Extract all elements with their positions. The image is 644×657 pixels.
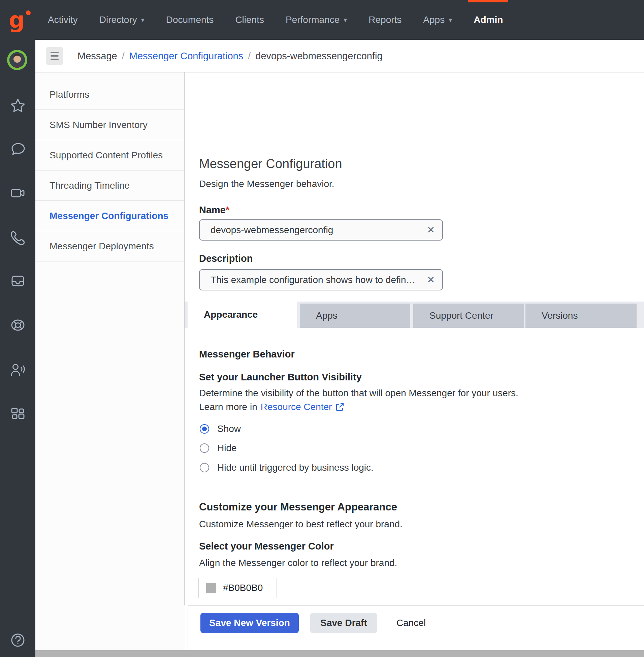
- message-sub-nav: Platforms SMS Number Inventory Supported…: [36, 72, 185, 606]
- nav-label: Performance: [285, 15, 340, 25]
- radio-hide[interactable]: Hide: [200, 443, 237, 453]
- nav-label: Reports: [368, 15, 401, 25]
- action-footer: Save New Version Save Draft Cancel: [188, 606, 644, 650]
- nav-label: Clients: [235, 15, 264, 25]
- messenger-color-label: Select your Messenger Color: [199, 541, 334, 552]
- name-value: devops-webmessengerconfig: [210, 225, 422, 235]
- sidebar-item-platforms[interactable]: Platforms: [36, 80, 184, 110]
- nav-label: Apps: [423, 15, 444, 25]
- chat-bubble-icon[interactable]: [9, 140, 27, 158]
- customize-appearance-heading: Customize your Messenger Appearance: [199, 501, 397, 513]
- radio-button-icon[interactable]: [200, 463, 209, 472]
- name-input[interactable]: devops-webmessengerconfig ✕: [199, 219, 443, 241]
- nav-apps[interactable]: Apps▾: [423, 0, 452, 40]
- menu-toggle-button[interactable]: [46, 47, 63, 65]
- nav-activity[interactable]: Activity: [48, 0, 78, 40]
- avatar-photo: [9, 52, 25, 68]
- screen: g Activity Directory▾ Documents Clients …: [0, 0, 644, 657]
- description-value: This example configuration shows how to …: [210, 275, 422, 286]
- nav-label: Directory: [99, 15, 137, 25]
- genesys-logo-icon: g: [9, 7, 33, 32]
- breadcrumb: Message / Messenger Configurations / dev…: [77, 40, 383, 72]
- resource-center-link[interactable]: Resource Center: [261, 402, 332, 412]
- tab-versions[interactable]: Versions: [525, 303, 637, 328]
- video-camera-icon[interactable]: [9, 184, 27, 202]
- radio-label[interactable]: Show: [217, 424, 241, 434]
- radio-button-icon[interactable]: [200, 444, 209, 453]
- breadcrumb-messenger-configurations-link[interactable]: Messenger Configurations: [129, 50, 244, 62]
- radio-label[interactable]: Hide: [217, 443, 237, 453]
- section-divider: [199, 490, 629, 490]
- radio-show[interactable]: Show: [200, 424, 241, 434]
- customize-appearance-subtitle: Customize Messenger to best reflect your…: [199, 519, 402, 530]
- nav-label: Activity: [48, 15, 78, 25]
- external-link-icon: [335, 402, 345, 412]
- tab-apps[interactable]: Apps: [300, 303, 410, 328]
- main-content: Messenger Configuration Design the Messe…: [185, 72, 644, 606]
- tab-label: Appearance: [204, 309, 258, 320]
- color-value: #B0B0B0: [223, 583, 263, 593]
- breadcrumb-message: Message: [77, 50, 117, 62]
- sidebar-item-label: SMS Number Inventory: [49, 120, 147, 130]
- inbox-tray-icon[interactable]: [9, 272, 27, 290]
- svg-text:g: g: [9, 7, 25, 32]
- nav-clients[interactable]: Clients: [235, 0, 264, 40]
- save-new-version-button[interactable]: Save New Version: [201, 613, 299, 633]
- sidebar-item-threading-timeline[interactable]: Threading Timeline: [36, 171, 184, 201]
- sidebar-item-messenger-configurations[interactable]: Messenger Configurations: [36, 201, 184, 231]
- cancel-button[interactable]: Cancel: [396, 613, 426, 633]
- chevron-down-icon: ▾: [448, 16, 452, 24]
- person-speaking-icon[interactable]: [9, 362, 27, 379]
- breadcrumb-current: devops-webmessengerconfig: [255, 50, 382, 62]
- description-input[interactable]: This example configuration shows how to …: [199, 269, 443, 290]
- horizontal-scrollbar[interactable]: [36, 650, 644, 657]
- sidebar-item-supported-content-profiles[interactable]: Supported Content Profiles: [36, 140, 184, 171]
- name-label: Name*: [199, 205, 229, 216]
- launcher-visibility-heading: Set your Launcher Button Visibility: [199, 371, 362, 383]
- radio-hide-until-triggered[interactable]: Hide until triggered by business logic.: [200, 462, 373, 473]
- color-picker[interactable]: #B0B0B0: [199, 578, 277, 598]
- nav-label: Documents: [166, 15, 214, 25]
- sidebar-item-label: Messenger Configurations: [49, 210, 168, 221]
- user-avatar[interactable]: [7, 50, 27, 70]
- apps-grid-icon[interactable]: [9, 405, 27, 423]
- nav-label: Admin: [474, 15, 503, 25]
- sidebar-item-label: Supported Content Profiles: [49, 150, 163, 161]
- sidebar-item-label: Threading Timeline: [49, 180, 130, 191]
- top-nav-items: Activity Directory▾ Documents Clients Pe…: [48, 0, 503, 40]
- clear-name-icon[interactable]: ✕: [427, 224, 435, 236]
- nav-documents[interactable]: Documents: [166, 0, 214, 40]
- learn-more-line: Learn more in Resource Center: [199, 402, 345, 412]
- help-icon[interactable]: [9, 631, 27, 649]
- sidebar-item-messenger-deployments[interactable]: Messenger Deployments: [36, 231, 184, 262]
- breadcrumb-bar: Message / Messenger Configurations / dev…: [36, 40, 644, 72]
- launcher-visibility-description: Determine the visibility of the button t…: [199, 388, 519, 399]
- messenger-behavior-heading: Messenger Behavior: [199, 349, 295, 360]
- sidebar-item-label: Platforms: [49, 89, 89, 100]
- messenger-color-help: Align the Messenger color to reflect you…: [199, 558, 397, 568]
- favorites-star-icon[interactable]: [9, 97, 27, 115]
- nav-performance[interactable]: Performance▾: [285, 0, 347, 40]
- page-title: Messenger Configuration: [199, 157, 342, 171]
- tab-label: Versions: [542, 310, 578, 321]
- radio-label[interactable]: Hide until triggered by business logic.: [217, 462, 373, 473]
- tab-support-center[interactable]: Support Center: [413, 303, 524, 328]
- tab-label: Apps: [316, 310, 338, 321]
- learn-more-prefix: Learn more in: [199, 402, 257, 412]
- phone-icon[interactable]: [9, 229, 27, 247]
- color-swatch: [206, 583, 216, 593]
- clear-description-icon[interactable]: ✕: [427, 274, 435, 286]
- radio-button-icon[interactable]: [200, 424, 209, 434]
- save-draft-button[interactable]: Save Draft: [310, 613, 377, 633]
- nav-reports[interactable]: Reports: [368, 0, 401, 40]
- config-tabs: Appearance Apps Support Center Versions: [185, 301, 644, 328]
- life-ring-icon[interactable]: [9, 316, 27, 334]
- sidebar-item-sms-number-inventory[interactable]: SMS Number Inventory: [36, 110, 184, 140]
- nav-directory[interactable]: Directory▾: [99, 0, 144, 40]
- nav-admin[interactable]: Admin: [474, 0, 503, 40]
- tab-label: Support Center: [430, 310, 493, 321]
- breadcrumb-separator: /: [122, 50, 124, 62]
- breadcrumb-separator: /: [248, 50, 251, 62]
- tab-appearance[interactable]: Appearance: [188, 301, 297, 328]
- sidebar-item-label: Messenger Deployments: [49, 241, 154, 252]
